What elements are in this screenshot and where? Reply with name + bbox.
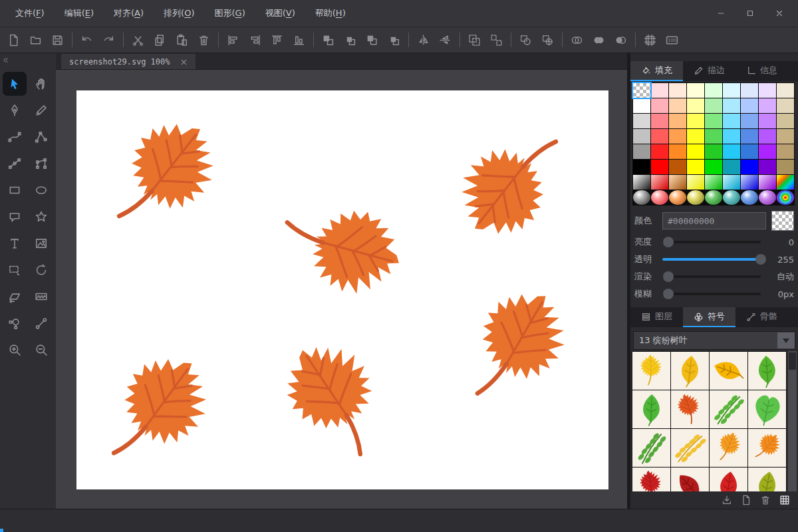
palette-swatch[interactable] — [741, 83, 758, 98]
palette-swatch[interactable] — [777, 144, 794, 159]
palette-swatch[interactable] — [723, 190, 740, 205]
palette-swatch[interactable] — [687, 160, 704, 174]
palette-swatch[interactable] — [651, 114, 668, 128]
palette-swatch[interactable] — [705, 114, 722, 128]
maple-leaf-5[interactable] — [267, 326, 406, 475]
render-slider-thumb[interactable] — [663, 271, 674, 282]
symbol-heart-leaf-8[interactable] — [748, 390, 786, 428]
symbol-library-select[interactable]: 13 缤纷树叶 — [633, 331, 795, 350]
fill-panel-tab-fill[interactable]: 填充 — [630, 61, 683, 81]
fill-panel-tab-stroke[interactable]: 描边 — [683, 61, 735, 81]
skew-tool[interactable] — [1, 283, 28, 310]
palette-swatch[interactable] — [705, 175, 722, 190]
palette-swatch[interactable] — [777, 98, 794, 113]
palette-swatch[interactable] — [687, 98, 704, 113]
palette-swatch[interactable] — [705, 190, 722, 205]
flip-h-button[interactable] — [412, 31, 434, 49]
blur-slider-thumb[interactable] — [663, 289, 674, 299]
order-forward-button[interactable] — [339, 31, 361, 49]
symbol-maple-leaf-13[interactable] — [632, 467, 670, 491]
group-button[interactable] — [464, 31, 485, 49]
ungroup-button[interactable] — [485, 31, 507, 49]
symbol-panel-tab-symbols[interactable]: 符号 — [683, 307, 735, 327]
palette-swatch[interactable] — [777, 83, 794, 98]
palette-swatch[interactable] — [723, 129, 740, 144]
marquee-tool[interactable] — [1, 257, 28, 283]
palette-swatch[interactable] — [777, 160, 794, 174]
curve-tool[interactable] — [1, 124, 28, 150]
palette-swatch[interactable] — [669, 144, 686, 159]
select-tool[interactable] — [3, 72, 27, 96]
copy-button[interactable] — [149, 31, 171, 49]
callout-tool[interactable] — [1, 203, 28, 230]
flip-v-button[interactable] — [434, 31, 456, 49]
menu-g[interactable]: 图形(G) — [204, 0, 255, 27]
palette-swatch[interactable] — [723, 98, 740, 113]
bool-exclude-button[interactable] — [610, 31, 632, 49]
svg-canvas[interactable] — [76, 90, 608, 489]
node-edit-tool[interactable] — [1, 150, 28, 177]
ellipse-tool[interactable] — [28, 177, 55, 203]
palette-swatch[interactable] — [705, 144, 722, 159]
palette-swatch[interactable] — [705, 98, 722, 113]
menu-h[interactable]: 帮助(H) — [305, 0, 356, 27]
maximize-button[interactable] — [741, 4, 759, 23]
grid-view-button[interactable] — [779, 495, 790, 505]
symbol-panel-tab-bones[interactable]: 骨骼 — [735, 307, 788, 327]
menu-e[interactable]: 编辑(E) — [55, 0, 104, 27]
brightness-slider-thumb[interactable] — [663, 237, 674, 247]
symbol-branch-leaf-10[interactable] — [671, 429, 709, 467]
pen-tool[interactable] — [1, 97, 28, 124]
palette-swatch[interactable] — [687, 83, 704, 98]
symbol-simple-leaf-16[interactable] — [748, 467, 786, 491]
menu-v[interactable]: 视图(V) — [255, 0, 305, 27]
palette-swatch[interactable] — [669, 83, 686, 98]
symbol-simple-leaf-3[interactable] — [710, 352, 747, 390]
blur-slider[interactable] — [662, 293, 761, 295]
palette-swatch[interactable] — [759, 144, 776, 159]
file-new-button[interactable] — [3, 31, 25, 49]
palette-swatch[interactable] — [687, 144, 704, 159]
zoom-100-button[interactable]: 100 — [661, 31, 683, 49]
undo-button[interactable] — [76, 31, 98, 49]
align-right-button[interactable] — [244, 31, 266, 49]
bool-intersect-button[interactable] — [566, 31, 588, 49]
palette-swatch[interactable] — [741, 190, 758, 205]
palette-swatch[interactable] — [651, 98, 668, 113]
brightness-slider[interactable] — [662, 241, 761, 243]
star-tool[interactable] — [28, 203, 55, 230]
palette-swatch[interactable] — [741, 98, 758, 113]
maple-leaf-1[interactable] — [92, 102, 234, 251]
order-back-button[interactable] — [383, 31, 405, 49]
palette-swatch[interactable] — [669, 190, 686, 205]
close-button[interactable] — [770, 4, 789, 23]
document-tab[interactable]: screenshot29.svg 100% × — [61, 54, 196, 69]
bone-tool[interactable] — [28, 310, 55, 336]
sidebar-collapse-button[interactable] — [0, 53, 56, 65]
fill-panel-tab-info[interactable]: 信息 — [735, 61, 788, 81]
polyline-tool[interactable] — [28, 124, 55, 150]
palette-swatch[interactable] — [759, 175, 776, 190]
symbol-branch-leaf-7[interactable] — [710, 390, 747, 428]
image-tool[interactable] — [28, 230, 55, 257]
hand-tool[interactable] — [28, 70, 55, 97]
minimize-button[interactable] — [712, 4, 730, 23]
symbol-simple-leaf-2[interactable] — [671, 352, 709, 390]
palette-swatch[interactable] — [741, 129, 758, 144]
palette-swatch[interactable] — [705, 160, 722, 174]
palette-swatch[interactable] — [651, 83, 668, 98]
palette-swatch[interactable] — [741, 160, 758, 174]
palette-swatch[interactable] — [759, 129, 776, 144]
symbol-simple-leaf-14[interactable] — [671, 467, 709, 491]
align-left-button[interactable] — [222, 31, 244, 49]
palette-swatch[interactable] — [777, 114, 794, 128]
file-new-button[interactable] — [741, 495, 751, 505]
maple-leaf-6[interactable] — [448, 275, 583, 423]
palette-swatch[interactable] — [633, 114, 650, 128]
stamp-tool[interactable] — [1, 310, 28, 336]
tab-close-button[interactable]: × — [180, 57, 188, 67]
save-button[interactable] — [47, 31, 68, 49]
render-slider[interactable] — [662, 275, 761, 278]
align-bottom-button[interactable] — [288, 31, 310, 49]
canvas-grid-button[interactable] — [639, 31, 661, 49]
